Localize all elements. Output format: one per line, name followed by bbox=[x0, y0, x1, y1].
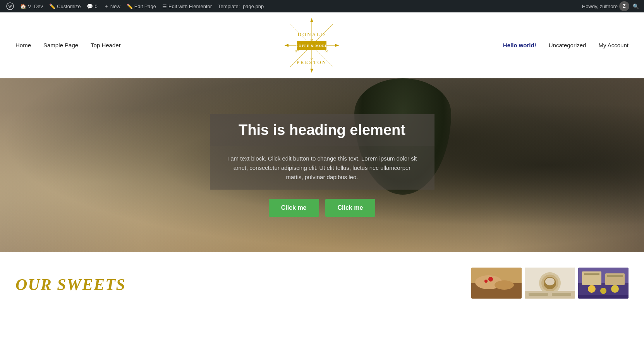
hero-buttons: Click me Click me bbox=[210, 199, 434, 217]
svg-point-22 bbox=[488, 277, 493, 282]
svg-marker-7 bbox=[310, 69, 313, 73]
template-prefix: Template: bbox=[218, 3, 240, 9]
nav-uncategorized[interactable]: Uncategorized bbox=[549, 42, 586, 48]
comments-count: 0 bbox=[94, 3, 97, 9]
sweets-section: OUR SWEETS bbox=[15, 268, 324, 294]
elementor-icon: ☰ bbox=[162, 3, 167, 9]
site-logo[interactable]: COFFE & MORE DONALD M PRESTON V ST 06 bbox=[281, 14, 343, 76]
svg-point-39 bbox=[600, 288, 606, 294]
nav-my-account[interactable]: My Account bbox=[598, 42, 629, 48]
site-name-button[interactable]: 🏠 VI Dev bbox=[17, 0, 46, 12]
wp-logo-button[interactable]: W bbox=[3, 0, 17, 12]
svg-point-38 bbox=[588, 285, 596, 293]
nav-hello-world[interactable]: Hello world! bbox=[503, 42, 536, 48]
customize-label: Customize bbox=[57, 3, 81, 9]
hero-body-text: I am text block. Click edit button to ch… bbox=[225, 154, 419, 182]
avatar: Z bbox=[619, 1, 629, 11]
svg-text:M: M bbox=[311, 38, 313, 41]
hero-content: This is heading element I am text block.… bbox=[202, 114, 442, 217]
site-name-icon: 🏠 bbox=[20, 3, 26, 9]
admin-search-icon[interactable]: 🔍 bbox=[631, 1, 641, 11]
comments-button[interactable]: 💬 0 bbox=[84, 0, 100, 12]
svg-text:DONALD: DONALD bbox=[298, 31, 326, 37]
nav-top-header[interactable]: Top Header bbox=[91, 42, 121, 48]
svg-text:W: W bbox=[8, 4, 12, 9]
svg-point-21 bbox=[495, 280, 514, 290]
sweet-image-3[interactable] bbox=[578, 268, 629, 299]
site-name-label: VI Dev bbox=[28, 3, 43, 9]
sweet-image-1[interactable] bbox=[471, 268, 522, 299]
svg-rect-31 bbox=[552, 293, 571, 296]
svg-rect-35 bbox=[605, 273, 625, 285]
hero-button-2[interactable]: Click me bbox=[325, 199, 376, 217]
template-value: page.php bbox=[243, 3, 264, 9]
howdy-label: Howdy, zulfnore bbox=[582, 3, 618, 9]
hero-button-1[interactable]: Click me bbox=[269, 199, 319, 217]
edit-page-button[interactable]: ✏️ Edit Page bbox=[124, 0, 159, 12]
hero-text-box: I am text block. Click edit button to ch… bbox=[210, 146, 434, 190]
plus-icon: ＋ bbox=[104, 3, 109, 10]
svg-rect-30 bbox=[529, 293, 548, 296]
new-button[interactable]: ＋ New bbox=[101, 0, 124, 12]
nav-sample-page[interactable]: Sample Page bbox=[43, 42, 78, 48]
nav-right: Hello world! Uncategorized My Account bbox=[503, 42, 629, 48]
comment-icon: 💬 bbox=[87, 3, 93, 9]
svg-text:COFFE & MORE: COFFE & MORE bbox=[296, 44, 328, 48]
svg-marker-4 bbox=[285, 44, 289, 47]
svg-text:ST: ST bbox=[295, 50, 299, 53]
sweets-title: OUR SWEETS bbox=[15, 268, 324, 294]
svg-marker-3 bbox=[335, 44, 339, 47]
svg-text:06: 06 bbox=[325, 50, 328, 53]
svg-point-23 bbox=[484, 280, 488, 283]
edit-page-icon: ✏️ bbox=[127, 3, 133, 9]
svg-point-28 bbox=[545, 278, 555, 285]
svg-point-40 bbox=[611, 285, 619, 293]
svg-marker-6 bbox=[310, 18, 313, 22]
nav-left: Home Sample Page Top Header bbox=[15, 42, 121, 48]
admin-bar-right: Howdy, zulfnore Z 🔍 bbox=[582, 1, 641, 11]
new-label: New bbox=[110, 3, 120, 9]
svg-text:V: V bbox=[311, 57, 313, 61]
below-hero-section: OUR SWEETS bbox=[0, 252, 644, 306]
admin-bar: W 🏠 VI Dev ✏️ Customize 💬 0 ＋ New ✏️ Edi… bbox=[0, 0, 644, 12]
sweets-images bbox=[471, 268, 629, 299]
svg-rect-36 bbox=[584, 273, 599, 275]
template-label: Template: page.php bbox=[215, 3, 267, 9]
hero-section: This is heading element I am text block.… bbox=[0, 78, 644, 252]
sweet-image-2[interactable] bbox=[525, 268, 575, 299]
svg-rect-41 bbox=[578, 295, 629, 299]
edit-page-label: Edit Page bbox=[134, 3, 156, 9]
hero-heading-box: This is heading element bbox=[210, 114, 434, 146]
edit-elementor-label: Edit with Elementor bbox=[168, 3, 212, 9]
site-header: Home Sample Page Top Header COFFE & MORE… bbox=[0, 12, 644, 78]
nav-home[interactable]: Home bbox=[15, 42, 31, 48]
edit-elementor-button[interactable]: ☰ Edit with Elementor bbox=[159, 0, 215, 12]
hero-heading: This is heading element bbox=[225, 122, 419, 138]
customize-button[interactable]: ✏️ Customize bbox=[46, 0, 84, 12]
customize-icon: ✏️ bbox=[49, 3, 55, 9]
svg-rect-37 bbox=[607, 275, 623, 277]
